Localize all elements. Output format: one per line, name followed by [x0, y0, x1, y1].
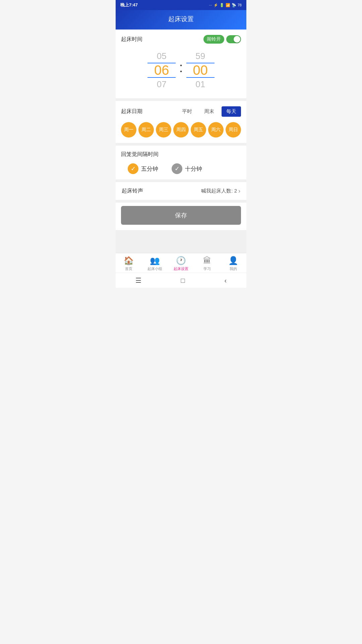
minute-above: 59	[195, 51, 205, 61]
date-options: 平时 周末 每天	[177, 106, 241, 117]
hour-column[interactable]: 05 06 07	[147, 51, 176, 90]
hour-selected-row: 06	[147, 63, 176, 78]
snooze-ten-check: ✓	[172, 163, 182, 174]
snooze-label: 回笼觉间隔时间	[121, 151, 241, 158]
date-btn-meitian[interactable]: 每天	[222, 106, 241, 117]
nav-item-home[interactable]: 🏠 首页	[119, 256, 139, 271]
date-btn-pingshi[interactable]: 平时	[177, 106, 197, 117]
system-nav: ☰ □ ‹	[116, 273, 246, 288]
snooze-section: 回笼觉间隔时间 ✓ 五分钟 ✓ 十分钟	[116, 146, 246, 179]
alarm-toggle[interactable]	[226, 35, 241, 43]
group-icon: 👥	[150, 256, 160, 265]
nav-item-alarm-setting[interactable]: 🕐 起床设置	[171, 256, 191, 271]
minute-line-top	[186, 63, 215, 63]
nav-label-group: 起床小组	[147, 266, 162, 271]
study-icon: 🏛	[203, 256, 211, 265]
snooze-five-label: 五分钟	[141, 165, 158, 173]
minute-below: 01	[195, 79, 205, 90]
wifi-icon: 📡	[232, 3, 236, 7]
hour-line-top	[147, 63, 176, 63]
menu-button[interactable]: ☰	[135, 276, 141, 284]
weekday-sat[interactable]: 周六	[208, 122, 224, 138]
weekday-sun[interactable]: 周日	[226, 122, 241, 138]
nav-item-mine[interactable]: 👤 我的	[223, 256, 243, 271]
minute-selected-row: 00	[186, 63, 215, 78]
status-icons: ··· ⚡ 🔋 📶 📡 78	[209, 3, 242, 7]
bottom-nav: 🏠 首页 👥 起床小组 🕐 起床设置 🏛 学习 👤 我的	[116, 253, 246, 273]
bell-section: 起床铃声 喊我起床人数: 2 ›	[116, 182, 246, 200]
save-section: 保存	[116, 203, 246, 230]
weekday-mon[interactable]: 周一	[121, 122, 136, 138]
home-button[interactable]: □	[181, 277, 185, 284]
home-icon: 🏠	[124, 256, 134, 265]
alarm-time-label: 起床时间	[121, 36, 142, 43]
snooze-options: ✓ 五分钟 ✓ 十分钟	[121, 163, 241, 174]
date-header: 起床日期 平时 周末 每天	[121, 106, 241, 117]
weekday-fri[interactable]: 周五	[191, 122, 206, 138]
alarm-icon: 🕐	[176, 256, 186, 265]
bluetooth-icon: ⚡	[214, 3, 218, 7]
call-count-row[interactable]: 喊我起床人数: 2 ›	[201, 187, 240, 195]
page-title: 起床设置	[168, 15, 194, 22]
spacer	[116, 233, 246, 253]
nav-label-mine: 我的	[230, 266, 237, 271]
time-colon: :	[179, 60, 183, 75]
minute-line-bottom	[186, 77, 215, 78]
nav-label-study: 学习	[203, 266, 211, 271]
back-button[interactable]: ‹	[224, 277, 227, 284]
toggle-wrapper[interactable]: 闹铃开	[203, 35, 241, 44]
battery-icon: 🔋	[220, 3, 224, 7]
hour-line-bottom	[147, 77, 176, 78]
weekday-thu[interactable]: 周四	[173, 122, 189, 138]
chevron-right-icon: ›	[238, 187, 240, 195]
wake-date-section: 起床日期 平时 周末 每天 周一 周二 周三 周四 周五 周六 周日	[116, 101, 246, 143]
call-count-text: 喊我起床人数: 2	[201, 188, 237, 194]
toggle-label: 闹铃开	[203, 35, 224, 44]
alarm-time-section: 起床时间 闹铃开 05 06 07 :	[116, 30, 246, 98]
hour-selected: 06	[147, 63, 176, 78]
hour-below: 07	[157, 79, 167, 90]
signal-icon: 📶	[226, 3, 230, 7]
wake-date-label: 起床日期	[121, 108, 142, 115]
snooze-five-min[interactable]: ✓ 五分钟	[128, 163, 158, 174]
nav-label-home: 首页	[125, 266, 132, 271]
snooze-five-check: ✓	[128, 163, 138, 174]
snooze-ten-min[interactable]: ✓ 十分钟	[172, 163, 202, 174]
minute-column[interactable]: 59 00 01	[186, 51, 215, 90]
date-btn-zhoumo[interactable]: 周末	[199, 106, 219, 117]
page-header: 起床设置	[116, 10, 246, 30]
snooze-ten-label: 十分钟	[185, 165, 202, 173]
nav-label-alarm: 起床设置	[174, 266, 188, 271]
save-button[interactable]: 保存	[121, 206, 241, 225]
time-picker: 05 06 07 : 59 00 01	[121, 48, 241, 93]
nav-item-study[interactable]: 🏛 学习	[197, 256, 217, 271]
status-time: 晚上7:47	[120, 2, 138, 8]
dots-icon: ···	[209, 3, 212, 7]
hour-above: 05	[157, 51, 167, 61]
nav-item-group[interactable]: 👥 起床小组	[145, 256, 165, 271]
bell-row: 起床铃声 喊我起床人数: 2 ›	[122, 187, 240, 195]
alarm-time-header: 起床时间 闹铃开	[121, 35, 241, 44]
mine-icon: 👤	[228, 256, 238, 265]
main-content: 起床时间 闹铃开 05 06 07 :	[116, 30, 246, 253]
bell-label: 起床铃声	[122, 187, 143, 195]
battery-level: 78	[238, 3, 242, 7]
toggle-knob	[234, 36, 240, 43]
minute-selected: 00	[186, 63, 215, 78]
weekday-wed[interactable]: 周三	[156, 122, 171, 138]
status-bar: 晚上7:47 ··· ⚡ 🔋 📶 📡 78	[116, 0, 246, 10]
weekday-tue[interactable]: 周二	[138, 122, 154, 138]
weekday-row: 周一 周二 周三 周四 周五 周六 周日	[121, 122, 241, 138]
